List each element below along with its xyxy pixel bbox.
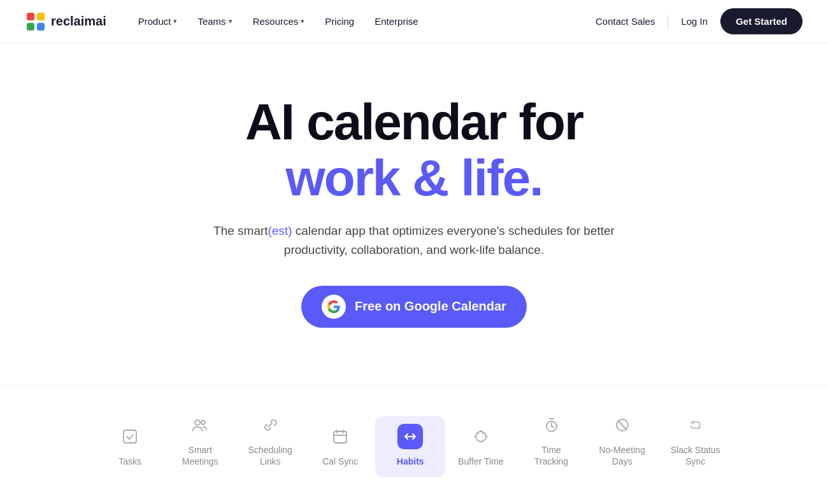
feature-label-no-meeting-days: No-MeetingDays: [599, 444, 645, 467]
hero-cta: Free on Google Calendar: [301, 286, 527, 328]
feature-item-slack-status-sync[interactable]: Slack StatusSync: [658, 405, 733, 477]
buffer-time-icon: [468, 424, 494, 449]
feature-nav: Tasks SmartMeetings SchedulingLinks: [0, 385, 828, 477]
cal-sync-icon: [327, 424, 353, 449]
feature-label-cal-sync: Cal Sync: [322, 456, 358, 467]
nav-item-enterprise[interactable]: Enterprise: [366, 11, 427, 32]
chevron-down-icon: ▾: [229, 17, 232, 25]
nav-divider: [667, 15, 668, 28]
feature-label-buffer-time: Buffer Time: [458, 456, 503, 467]
nav-links: Product ▾ Teams ▾ Resources ▾ Pricing En…: [129, 11, 596, 32]
svg-rect-4: [124, 430, 136, 443]
feature-item-time-tracking[interactable]: TimeTracking: [517, 405, 587, 477]
scheduling-links-icon: [257, 412, 283, 438]
feature-label-scheduling-links: SchedulingLinks: [248, 444, 292, 467]
svg-point-5: [195, 420, 200, 425]
svg-rect-3: [37, 23, 45, 31]
nav-item-product[interactable]: Product ▾: [129, 11, 187, 32]
feature-label-habits: Habits: [397, 456, 424, 467]
svg-rect-2: [27, 23, 34, 31]
tasks-icon: [117, 424, 143, 449]
chevron-down-icon: ▾: [301, 17, 304, 25]
feature-item-buffer-time[interactable]: Buffer Time: [445, 416, 516, 477]
logo[interactable]: reclaimai: [25, 11, 106, 32]
nav-item-resources[interactable]: Resources ▾: [244, 11, 314, 32]
svg-point-6: [201, 421, 205, 424]
google-calendar-cta-button[interactable]: Free on Google Calendar: [301, 286, 527, 328]
nav-right: Contact Sales Log In Get Started: [596, 8, 803, 34]
feature-item-habits[interactable]: Habits: [375, 416, 445, 477]
feature-item-tasks[interactable]: Tasks: [95, 416, 165, 477]
contact-sales-link[interactable]: Contact Sales: [596, 16, 655, 27]
chevron-down-icon: ▾: [173, 17, 177, 25]
smart-meetings-icon: [187, 412, 213, 438]
logo-text: reclaimai: [51, 14, 106, 29]
hero-subtitle: The smart(est) calendar app that optimiz…: [210, 221, 618, 260]
no-meeting-days-icon: [610, 412, 635, 438]
feature-item-smart-meetings[interactable]: SmartMeetings: [165, 405, 235, 477]
svg-rect-1: [37, 13, 45, 20]
navbar: reclaimai Product ▾ Teams ▾ Resources ▾ …: [0, 0, 828, 43]
hero-section: AI calendar for work & life. The smart(e…: [0, 43, 828, 353]
nav-item-pricing[interactable]: Pricing: [316, 11, 363, 32]
svg-rect-0: [27, 13, 34, 20]
feature-item-cal-sync[interactable]: Cal Sync: [305, 416, 375, 477]
feature-label-time-tracking: TimeTracking: [534, 444, 568, 467]
slack-status-sync-icon: [683, 412, 708, 438]
login-link[interactable]: Log In: [681, 16, 708, 27]
google-icon: [322, 295, 346, 319]
nav-item-teams[interactable]: Teams ▾: [189, 11, 241, 32]
feature-label-slack-status-sync: Slack StatusSync: [671, 444, 720, 467]
feature-label-smart-meetings: SmartMeetings: [182, 444, 218, 467]
hero-title: AI calendar for work & life.: [245, 94, 583, 206]
feature-item-no-meeting-days[interactable]: No-MeetingDays: [587, 405, 658, 477]
get-started-button[interactable]: Get Started: [720, 8, 803, 34]
feature-label-tasks: Tasks: [118, 456, 141, 467]
habits-icon: [397, 424, 423, 449]
feature-item-scheduling-links[interactable]: SchedulingLinks: [235, 405, 305, 477]
svg-rect-7: [334, 431, 346, 443]
time-tracking-icon: [539, 412, 564, 438]
